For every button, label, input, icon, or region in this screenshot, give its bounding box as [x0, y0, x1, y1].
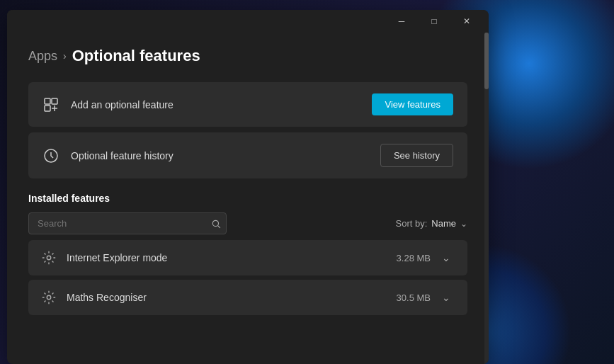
settings-window: ─ □ ✕ Apps › Optional features: [7, 10, 489, 364]
feature-expand-button[interactable]: ⌄: [438, 251, 455, 265]
search-icon: [211, 219, 221, 229]
scroll-thumb[interactable]: [484, 33, 489, 89]
svg-point-6: [47, 256, 51, 260]
svg-point-7: [47, 295, 51, 300]
feature-item-ie-mode[interactable]: Internet Explorer mode 3.28 MB ⌄: [28, 240, 467, 275]
history-label: Optional feature history: [71, 150, 174, 161]
feature-item-left: Internet Explorer mode: [41, 250, 167, 266]
view-features-button[interactable]: View features: [372, 93, 453, 115]
add-feature-card: Add an optional feature View features: [28, 82, 467, 127]
search-icon-button[interactable]: [211, 219, 221, 229]
svg-rect-0: [45, 98, 50, 104]
history-card: Optional feature history See history: [28, 132, 467, 178]
sort-chevron-icon: ⌄: [460, 219, 467, 229]
content-area: Apps › Optional features Add an optional…: [7, 33, 489, 364]
feature-list: Internet Explorer mode 3.28 MB ⌄ Maths R…: [28, 240, 467, 315]
feature-item-size: 3.28 MB: [397, 253, 431, 263]
sort-value: Name: [431, 218, 456, 229]
feature-expand-button[interactable]: ⌄: [438, 290, 455, 305]
breadcrumb-parent[interactable]: Apps: [28, 49, 57, 64]
see-history-button[interactable]: See history: [380, 144, 453, 167]
feature-item-name: Internet Explorer mode: [67, 252, 167, 263]
sort-control[interactable]: Sort by: Name ⌄: [396, 218, 467, 229]
svg-rect-1: [52, 98, 57, 104]
feature-item-icon: [41, 290, 57, 305]
feature-item-icon: [41, 250, 57, 266]
page-title: Optional features: [72, 47, 200, 65]
add-feature-card-left: Add an optional feature: [42, 96, 174, 113]
feature-item-name: Maths Recogniser: [67, 292, 147, 303]
add-feature-icon: [42, 96, 59, 113]
feature-item-right: 30.5 MB ⌄: [397, 290, 455, 305]
search-input[interactable]: [28, 212, 227, 234]
feature-item-left: Maths Recogniser: [41, 290, 147, 305]
add-feature-label: Add an optional feature: [71, 99, 174, 110]
svg-rect-2: [45, 106, 50, 111]
installed-features-title: Installed features: [28, 193, 467, 204]
feature-item-right: 3.28 MB ⌄: [397, 251, 455, 265]
scrollbar[interactable]: [484, 33, 489, 364]
svg-point-4: [212, 220, 218, 226]
maximize-button[interactable]: □: [418, 10, 450, 33]
close-button[interactable]: ✕: [450, 10, 483, 33]
svg-line-5: [218, 225, 220, 227]
feature-item-maths[interactable]: Maths Recogniser 30.5 MB ⌄: [28, 280, 467, 315]
history-icon: [42, 147, 59, 164]
breadcrumb-separator: ›: [63, 50, 67, 62]
search-container: [28, 212, 227, 234]
search-sort-row: Sort by: Name ⌄: [28, 212, 467, 234]
minimize-button[interactable]: ─: [385, 10, 418, 33]
history-card-left: Optional feature history: [42, 147, 174, 164]
sort-prefix: Sort by:: [396, 218, 428, 229]
feature-item-size: 30.5 MB: [397, 292, 431, 303]
titlebar: ─ □ ✕: [7, 10, 489, 33]
window-controls: ─ □ ✕: [385, 10, 483, 33]
breadcrumb: Apps › Optional features: [28, 47, 467, 65]
